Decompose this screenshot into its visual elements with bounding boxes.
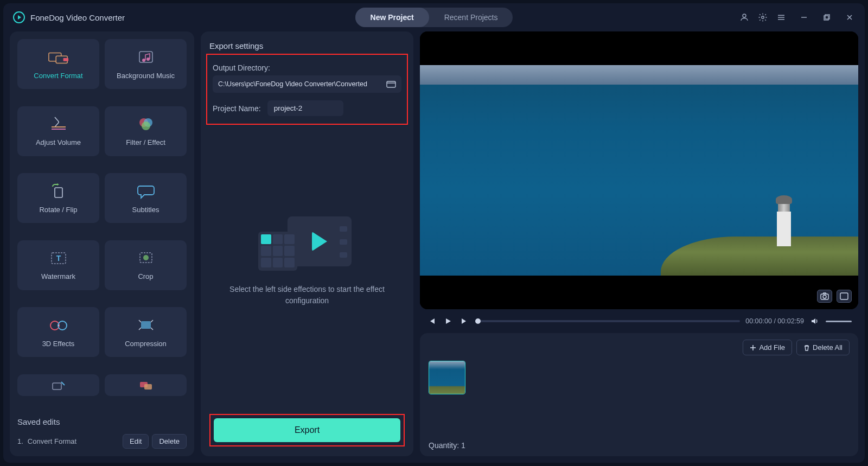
video-player bbox=[420, 31, 858, 309]
clips-actions: Add File Delete All bbox=[429, 340, 850, 355]
effect-label: Adjust Volume bbox=[36, 138, 81, 146]
effect-more-1[interactable] bbox=[17, 374, 99, 396]
saved-edits-section: Saved edits 1. Convert Format Edit Delet… bbox=[17, 417, 187, 449]
account-icon[interactable] bbox=[739, 12, 750, 23]
effect-crop[interactable]: Crop bbox=[105, 240, 187, 290]
effect-label: Rotate / Flip bbox=[39, 206, 77, 214]
effect-background-music[interactable]: Background Music bbox=[105, 39, 187, 89]
effect-adjust-volume[interactable]: Adjust Volume bbox=[17, 106, 99, 156]
minimize-button[interactable] bbox=[799, 12, 809, 23]
svg-rect-19 bbox=[55, 188, 62, 197]
effect-convert-format[interactable]: Convert Format bbox=[17, 39, 99, 89]
delete-all-label: Delete All bbox=[813, 343, 843, 352]
export-highlight: Export bbox=[209, 414, 405, 446]
svg-rect-27 bbox=[141, 321, 151, 329]
crop-icon bbox=[135, 250, 157, 267]
app-logo-icon bbox=[13, 11, 25, 23]
layers-icon bbox=[135, 376, 157, 394]
svg-rect-13 bbox=[139, 52, 152, 62]
convert-format-icon bbox=[48, 49, 69, 66]
effects-grid: Convert Format Background Music Adjust V… bbox=[17, 39, 187, 407]
thumbnails-row bbox=[429, 361, 850, 394]
output-directory-field[interactable]: C:\Users\pc\FoneDog Video Converter\Conv… bbox=[213, 75, 401, 93]
fullscreen-icon[interactable] bbox=[837, 290, 852, 303]
effect-compression[interactable]: Compression bbox=[105, 307, 187, 357]
titlebar-right bbox=[513, 12, 855, 23]
filter-icon bbox=[135, 116, 157, 133]
effect-3d[interactable]: 3D Effects bbox=[17, 307, 99, 357]
effect-label: Convert Format bbox=[34, 72, 82, 80]
output-directory-value: C:\Users\pc\FoneDog Video Converter\Conv… bbox=[218, 80, 382, 88]
effect-label: 3D Effects bbox=[42, 340, 75, 348]
saved-edit-index: 1. bbox=[17, 437, 23, 445]
snapshot-icon[interactable] bbox=[817, 290, 832, 303]
effect-label: Background Music bbox=[117, 72, 175, 80]
output-directory-label: Output Directory: bbox=[213, 63, 401, 72]
svg-point-18 bbox=[142, 122, 150, 130]
saved-edit-name: Convert Format bbox=[28, 437, 76, 445]
subtitles-icon bbox=[135, 183, 157, 200]
total-time: 00:02:59 bbox=[777, 317, 804, 325]
effect-rotate-flip[interactable]: Rotate / Flip bbox=[17, 173, 99, 223]
music-icon bbox=[135, 49, 157, 66]
edit-icon bbox=[48, 376, 69, 394]
svg-point-33 bbox=[823, 295, 826, 298]
svg-rect-30 bbox=[144, 384, 152, 390]
svg-point-1 bbox=[762, 16, 764, 19]
volume-icon bbox=[48, 116, 69, 133]
add-file-button[interactable]: Add File bbox=[743, 340, 792, 355]
preview-panel: 00:00:00 / 00:02:59 Add File Delete All bbox=[420, 31, 858, 456]
tab-recent-projects[interactable]: Recent Projects bbox=[429, 8, 513, 27]
current-time: 00:00:00 bbox=[745, 317, 772, 325]
delete-all-button[interactable]: Delete All bbox=[796, 340, 850, 355]
export-settings-title: Export settings bbox=[209, 41, 405, 50]
main-tabs: New Project Recent Projects bbox=[355, 8, 513, 27]
menu-icon[interactable] bbox=[776, 12, 787, 23]
3d-icon bbox=[48, 317, 69, 334]
add-file-label: Add File bbox=[759, 343, 785, 352]
delete-button[interactable]: Delete bbox=[152, 434, 187, 449]
svg-point-23 bbox=[143, 255, 149, 260]
play-icon[interactable] bbox=[443, 316, 454, 327]
lighthouse-image bbox=[775, 195, 793, 244]
video-overlay-controls bbox=[817, 290, 852, 303]
svg-text:T: T bbox=[56, 254, 61, 263]
svg-rect-12 bbox=[63, 58, 68, 61]
close-button[interactable] bbox=[844, 12, 855, 23]
settings-icon[interactable] bbox=[757, 12, 768, 23]
svg-rect-34 bbox=[840, 293, 848, 299]
effect-label: Watermark bbox=[41, 272, 75, 280]
volume-slider[interactable] bbox=[826, 321, 852, 322]
effect-watermark[interactable]: T Watermark bbox=[17, 240, 99, 290]
tab-new-project[interactable]: New Project bbox=[355, 8, 429, 27]
placeholder-graphic-icon bbox=[258, 211, 356, 271]
video-frame[interactable] bbox=[420, 31, 858, 309]
quantity-value: 1 bbox=[461, 441, 465, 450]
placeholder-text: Select the left side effections to start… bbox=[226, 284, 388, 307]
clips-panel: Add File Delete All Quantity: 1 bbox=[420, 333, 858, 456]
skip-forward-icon[interactable] bbox=[459, 316, 470, 327]
effect-more-2[interactable] bbox=[105, 374, 187, 396]
titlebar: FoneDog Video Converter New Project Rece… bbox=[3, 3, 865, 31]
compression-icon bbox=[135, 317, 157, 334]
skip-back-icon[interactable] bbox=[426, 316, 437, 327]
effect-filter[interactable]: Filter / Effect bbox=[105, 106, 187, 156]
clip-thumbnail[interactable] bbox=[429, 361, 465, 394]
effect-subtitles[interactable]: Subtitles bbox=[105, 173, 187, 223]
svg-rect-31 bbox=[387, 81, 395, 87]
effects-panel: Convert Format Background Music Adjust V… bbox=[10, 31, 194, 456]
export-button[interactable]: Export bbox=[214, 418, 400, 442]
timeline-handle[interactable] bbox=[475, 318, 481, 324]
edit-button[interactable]: Edit bbox=[123, 434, 149, 449]
timeline-slider[interactable] bbox=[475, 320, 740, 322]
rotate-icon bbox=[48, 183, 69, 200]
svg-rect-28 bbox=[53, 383, 61, 390]
maximize-button[interactable] bbox=[821, 12, 832, 23]
volume-icon[interactable] bbox=[809, 316, 820, 327]
browse-folder-icon[interactable] bbox=[386, 80, 396, 88]
effect-label: Compression bbox=[125, 340, 167, 348]
placeholder-area: Select the left side effections to start… bbox=[209, 103, 405, 414]
time-display: 00:00:00 / 00:02:59 bbox=[745, 317, 804, 325]
player-controls: 00:00:00 / 00:02:59 bbox=[420, 316, 858, 327]
effect-label: Filter / Effect bbox=[126, 138, 165, 146]
